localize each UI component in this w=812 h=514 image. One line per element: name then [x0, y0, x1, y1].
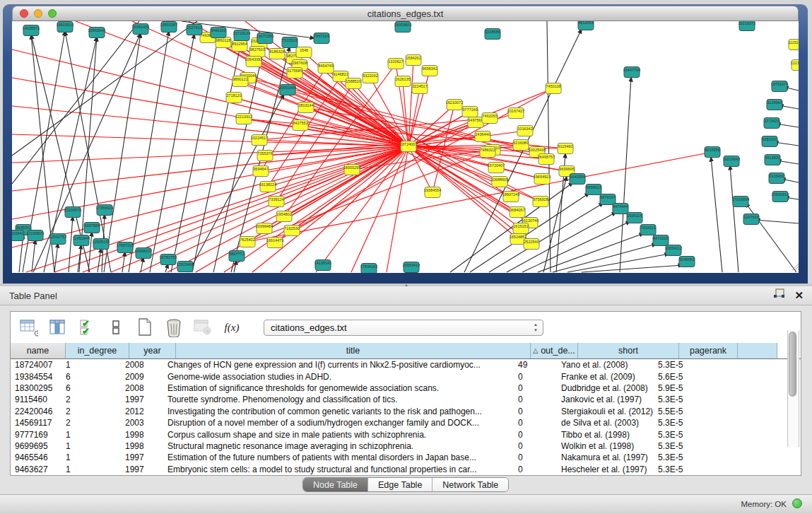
network-node[interactable]: 9474444: [613, 204, 628, 214]
tab-network-table[interactable]: Network Table: [433, 478, 508, 491]
network-node[interactable]: 3684067: [510, 207, 525, 218]
network-node[interactable]: 17359924: [96, 205, 113, 216]
network-node[interactable]: 7625402: [240, 237, 255, 247]
network-node[interactable]: 16958107: [135, 248, 152, 259]
network-node[interactable]: 3175685: [287, 68, 302, 78]
network-node[interactable]: 9658342: [422, 66, 437, 76]
column-header-year[interactable]: year: [129, 343, 176, 358]
network-node[interactable]: 1320627: [388, 59, 404, 69]
network-node[interactable]: 16447794: [623, 67, 640, 78]
table-row[interactable]: 946362711997Embryonic stem cells: a mode…: [11, 464, 801, 475]
minimize-window-icon[interactable]: [34, 9, 42, 18]
network-node[interactable]: 12923468: [177, 262, 194, 272]
network-node[interactable]: 6879197: [600, 194, 616, 205]
network-node[interactable]: 8186328: [269, 49, 285, 59]
network-edge[interactable]: [167, 146, 408, 272]
network-node[interactable]: 7515526: [282, 37, 298, 48]
network-edge[interactable]: [54, 243, 58, 272]
close-panel-icon[interactable]: ✕: [794, 289, 804, 302]
network-edge[interactable]: [139, 146, 408, 272]
network-node[interactable]: 9129960: [767, 100, 782, 110]
network-node[interactable]: 11451944: [73, 235, 90, 246]
network-edge[interactable]: [12, 21, 197, 156]
table-row[interactable]: 1830029562008Estimation of significance …: [11, 382, 801, 394]
network-node[interactable]: 9857771: [229, 251, 245, 262]
table-row[interactable]: 1872400712008Changes of HCN gene express…: [11, 359, 801, 370]
network-node[interactable]: 14138141: [314, 260, 331, 271]
network-node[interactable]: 18724007: [400, 141, 417, 152]
network-node[interactable]: 14035571: [23, 25, 40, 36]
network-edge[interactable]: [620, 77, 631, 272]
network-node[interactable]: 8454749: [318, 63, 334, 74]
network-node[interactable]: 26495757: [538, 154, 555, 165]
network-edge[interactable]: [470, 193, 589, 272]
network-node[interactable]: 16914479: [266, 238, 283, 248]
network-node[interactable]: 7986322: [480, 147, 495, 158]
network-node[interactable]: 7957224: [314, 33, 329, 44]
window-titlebar[interactable]: citations_edges.txt: [12, 6, 799, 21]
column-header-in_degree[interactable]: in_degree: [66, 343, 129, 358]
network-node[interactable]: 2106430: [769, 173, 784, 184]
network-edge[interactable]: [746, 203, 796, 272]
network-node[interactable]: 19654923: [534, 174, 551, 185]
column-header-short[interactable]: short: [578, 343, 679, 358]
network-edge[interactable]: [711, 157, 722, 272]
network-node[interactable]: 8813054: [578, 21, 594, 30]
delete-column-icon[interactable]: [164, 317, 184, 337]
function-builder-icon[interactable]: f(x): [222, 317, 242, 337]
network-node[interactable]: 9777169: [462, 107, 478, 117]
network-node[interactable]: 8427552: [293, 120, 308, 131]
network-node[interactable]: 20553346: [279, 85, 296, 95]
table-row[interactable]: 969969511998Structural magnetic resonanc…: [11, 440, 801, 452]
network-node[interactable]: 10719134: [233, 30, 250, 41]
network-edge[interactable]: [248, 78, 408, 146]
network-node[interactable]: 9382200: [762, 136, 777, 147]
network-node[interactable]: 17016504: [732, 197, 749, 207]
network-node[interactable]: 9890122: [233, 76, 248, 87]
network-node[interactable]: 8912954: [232, 41, 247, 52]
table-row[interactable]: 946554611997Estimation of the future num…: [11, 452, 801, 463]
network-node[interactable]: 20399484: [256, 223, 273, 234]
column-select-icon[interactable]: ✔ ✔: [77, 317, 97, 337]
table-vertical-scrollbar[interactable]: [787, 330, 799, 447]
network-edge[interactable]: [387, 146, 408, 272]
network-node[interactable]: 19384554: [424, 187, 441, 198]
network-node[interactable]: 4413900: [765, 155, 780, 165]
network-node[interactable]: 17834162: [360, 264, 377, 274]
network-node[interactable]: 9322032: [363, 73, 378, 83]
network-node[interactable]: 8471026: [653, 235, 669, 246]
network-node[interactable]: 1626135: [395, 76, 411, 87]
network-node[interactable]: 7450138: [546, 83, 561, 94]
network-node[interactable]: 16210072: [446, 100, 463, 110]
column-header-name[interactable]: name: [11, 343, 66, 358]
network-edge[interactable]: [538, 233, 644, 272]
network-node[interactable]: 1584262: [406, 55, 421, 66]
network-node[interactable]: 1954802: [276, 211, 292, 222]
network-node[interactable]: 9245652: [679, 257, 695, 267]
table-row[interactable]: 977716911998Corpus callosum shape and si…: [11, 428, 801, 440]
network-node[interactable]: 7339124: [269, 197, 284, 207]
network-node[interactable]: 10224517: [251, 135, 268, 146]
network-node[interactable]: 10688609: [491, 177, 508, 187]
network-node[interactable]: 2935114: [627, 213, 642, 223]
network-node[interactable]: 6466160: [211, 28, 226, 38]
network-node[interactable]: 7462055: [482, 113, 498, 124]
column-header-title[interactable]: title: [176, 343, 531, 358]
network-node[interactable]: 17957223: [117, 243, 134, 253]
table-row[interactable]: 2242004622012Investigating the contribut…: [11, 406, 801, 417]
network-node[interactable]: 16210643: [723, 156, 740, 167]
network-node[interactable]: 20216372: [739, 21, 755, 31]
network-edge[interactable]: [129, 31, 169, 272]
network-node[interactable]: 3915941: [12, 230, 24, 241]
network-node[interactable]: 12213312: [235, 114, 252, 124]
network-node[interactable]: 19603510: [57, 22, 73, 33]
network-edge[interactable]: [755, 220, 799, 223]
network-edge[interactable]: [234, 260, 237, 272]
network-node[interactable]: 1615152: [513, 223, 529, 234]
network-node[interactable]: 8215956: [705, 147, 720, 158]
network-node[interactable]: 6216080: [513, 140, 529, 151]
network-node[interactable]: 2273420: [764, 118, 779, 129]
network-node[interactable]: 1527602: [187, 25, 202, 35]
memory-status-indicator[interactable]: [792, 498, 802, 508]
scrollbar-thumb[interactable]: [789, 332, 796, 397]
